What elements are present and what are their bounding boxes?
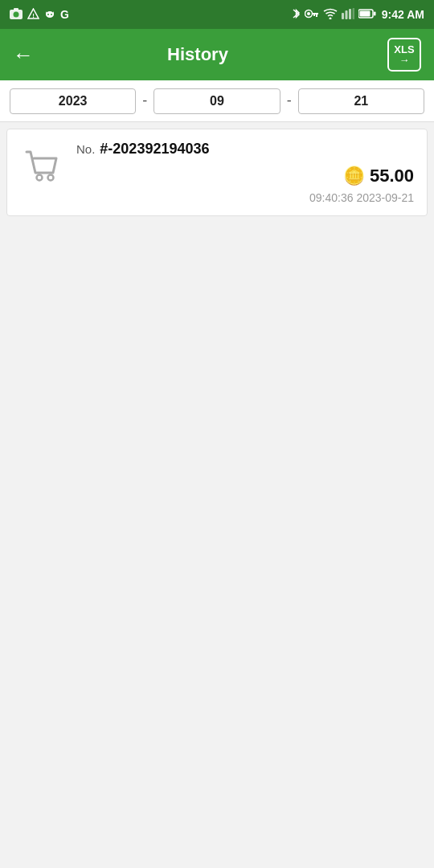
order-number: #-202392194036 [100, 141, 209, 158]
status-bar: ! G [0, 0, 434, 29]
svg-rect-13 [316, 14, 317, 17]
wifi-icon [323, 8, 338, 22]
order-number-row: No. #-202392194036 [76, 141, 414, 158]
svg-point-23 [37, 175, 43, 181]
no-label: No. [76, 142, 95, 156]
svg-rect-16 [342, 13, 344, 19]
svg-text:!: ! [32, 12, 35, 19]
date-sep-2: - [287, 92, 292, 109]
svg-rect-12 [312, 13, 318, 14]
svg-point-8 [47, 14, 49, 15]
svg-point-11 [307, 12, 310, 15]
app-bar: ← History XLS → [0, 29, 434, 80]
svg-point-1 [14, 11, 19, 17]
cat-icon [44, 8, 55, 22]
bluetooth-icon [292, 7, 301, 23]
year-input[interactable] [10, 88, 136, 114]
svg-rect-14 [313, 14, 315, 16]
history-item-0[interactable]: No. #-202392194036 🪙 55.00 09:40:36 2023… [6, 129, 428, 216]
status-bar-left-icons: ! G [10, 8, 69, 22]
svg-point-9 [51, 14, 52, 15]
svg-point-24 [48, 175, 54, 181]
svg-rect-17 [345, 10, 347, 19]
day-input[interactable] [298, 88, 424, 114]
svg-rect-18 [349, 9, 351, 19]
month-input[interactable] [154, 88, 280, 114]
svg-rect-21 [359, 10, 370, 16]
amount-value: 55.00 [370, 166, 414, 186]
card-info: No. #-202392194036 🪙 55.00 09:40:36 2023… [76, 141, 414, 204]
signal-icon [342, 8, 354, 22]
export-xls-button[interactable]: XLS → [387, 38, 421, 72]
coin-icon: 🪙 [343, 166, 365, 186]
svg-point-15 [329, 17, 331, 19]
amount-row: 🪙 55.00 [76, 166, 414, 186]
battery-icon [358, 9, 376, 21]
svg-rect-19 [352, 8, 354, 19]
history-list: No. #-202392194036 🪙 55.00 09:40:36 2023… [0, 122, 434, 224]
g-icon: G [60, 8, 69, 21]
svg-rect-22 [374, 11, 376, 15]
warning-icon: ! [27, 8, 39, 22]
status-bar-right-icons: 9:42 AM [292, 7, 424, 23]
svg-rect-2 [14, 8, 18, 10]
xls-arrow-icon: → [399, 55, 409, 65]
timestamp: 09:40:36 2023-09-21 [76, 191, 414, 204]
key-icon [305, 9, 319, 21]
cart-icon [20, 144, 65, 189]
date-sep-1: - [142, 92, 147, 109]
date-filter-bar: - - [0, 80, 434, 122]
page-title: History [8, 44, 387, 65]
status-time: 9:42 AM [382, 8, 424, 21]
photo-icon [10, 8, 23, 22]
